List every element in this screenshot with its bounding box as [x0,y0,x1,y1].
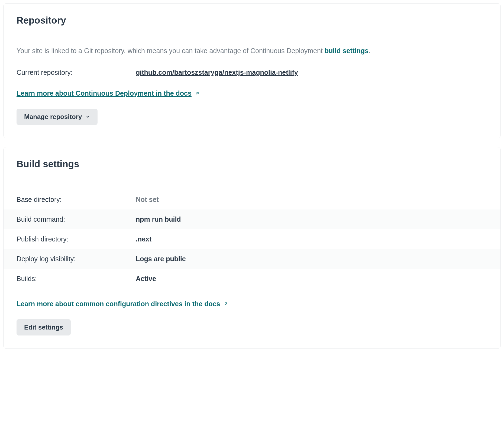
publish-directory-label: Publish directory: [17,235,136,243]
base-directory-value: Not set [136,196,159,204]
chevron-down-icon [86,113,90,121]
build-command-label: Build command: [17,215,136,223]
docs-link-text: Learn more about Continuous Deployment i… [17,89,192,97]
builds-value: Active [136,275,156,283]
edit-settings-button[interactable]: Edit settings [17,319,71,335]
deploy-log-visibility-value: Logs are public [136,255,186,263]
table-row: Build command: npm run build [4,209,500,229]
table-row: Publish directory: .next [4,229,500,249]
manage-repository-button[interactable]: Manage repository [17,109,98,125]
edit-settings-label: Edit settings [24,324,63,331]
table-row: Builds: Active [4,269,500,289]
table-row: Deploy log visibility: Logs are public [4,249,500,269]
publish-directory-value: .next [136,235,151,243]
repository-card: Repository Your site is linked to a Git … [3,3,501,138]
build-settings-link[interactable]: build settings [325,47,369,54]
docs-link-text: Learn more about common configuration di… [17,300,220,308]
repository-title: Repository [17,15,487,36]
base-directory-label: Base directory: [17,196,136,204]
table-row: Base directory: Not set [4,190,500,209]
build-settings-title: Build settings [17,159,487,180]
builds-label: Builds: [17,275,136,283]
description-prefix: Your site is linked to a Git repository,… [17,47,325,54]
external-link-icon [224,300,228,308]
build-settings-table: Base directory: Not set Build command: n… [4,190,500,289]
configuration-directives-docs-link[interactable]: Learn more about common configuration di… [17,300,228,308]
build-command-value: npm run build [136,215,181,223]
build-settings-card: Build settings Base directory: Not set B… [3,147,501,349]
manage-repository-label: Manage repository [24,113,82,121]
continuous-deployment-docs-link[interactable]: Learn more about Continuous Deployment i… [17,89,200,97]
current-repository-row: Current repository: github.com/bartoszst… [17,69,487,76]
current-repository-link[interactable]: github.com/bartoszstaryga/nextjs-magnoli… [136,69,298,76]
deploy-log-visibility-label: Deploy log visibility: [17,255,136,263]
repository-description: Your site is linked to a Git repository,… [17,46,487,56]
current-repository-label: Current repository: [17,69,136,76]
external-link-icon [195,89,200,97]
description-suffix: . [369,47,370,54]
